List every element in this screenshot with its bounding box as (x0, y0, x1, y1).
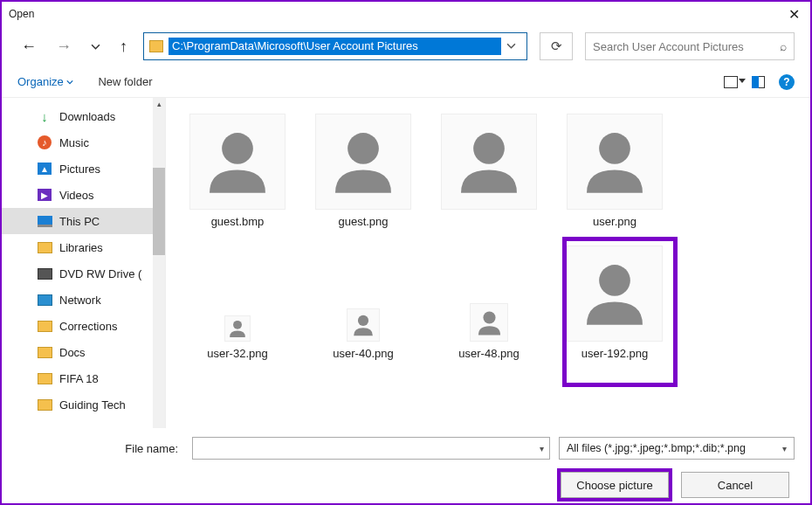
file-thumbnail (347, 308, 380, 342)
svg-point-2 (473, 133, 505, 164)
file-name-label: user-192.png (581, 347, 649, 360)
file-item[interactable]: user-48.png (426, 237, 552, 363)
sidebar-item-label: Libraries (59, 241, 103, 254)
sidebar-item-guidingtech[interactable]: Guiding Tech (2, 391, 165, 418)
search-placeholder: Search User Account Pictures (593, 40, 780, 53)
folder-icon (37, 319, 52, 333)
file-type-select[interactable]: All files (*.jpg;*.jpeg;*.bmp;*.dib;*.pn… (559, 437, 795, 460)
refresh-button[interactable]: ⟳ (540, 32, 573, 60)
help-icon[interactable]: ? (779, 74, 795, 90)
file-item[interactable]: guest.png (300, 105, 426, 232)
music-icon: ♪ (37, 135, 52, 149)
file-thumbnail (315, 114, 411, 210)
forward-button[interactable]: → (52, 34, 75, 59)
sidebar-item-label: Network (59, 294, 101, 307)
file-type-drop-icon[interactable]: ▾ (782, 444, 787, 453)
file-thumbnail (567, 114, 663, 210)
sidebar-item-label: DVD RW Drive ( (59, 267, 141, 280)
file-name-label: user-48.png (458, 347, 519, 360)
sidebar-item-label: Docs (59, 346, 86, 359)
bottom-panel: File name: ▾ All files (*.jpg;*.jpeg;*.b… (2, 428, 810, 505)
sidebar-item-fifa18[interactable]: FIFA 18 (2, 365, 165, 391)
svg-point-5 (358, 315, 368, 326)
window-title: Open (9, 8, 34, 20)
sidebar-item-corrections[interactable]: Corrections (2, 313, 165, 339)
folder-icon (37, 240, 52, 254)
file-name-label: guest.png (338, 215, 388, 228)
sidebar-item-label: Pictures (59, 163, 100, 176)
back-button[interactable]: ← (17, 34, 40, 59)
file-item[interactable]: user-40.png (300, 237, 426, 363)
filename-label: File name: (17, 442, 183, 455)
svg-point-7 (599, 265, 630, 296)
folder-icon (37, 345, 52, 359)
tree-scrollbar-track[interactable] (153, 98, 165, 428)
sidebar-item-docs[interactable]: Docs (2, 339, 165, 365)
sidebar-item-libraries[interactable]: Libraries (2, 234, 165, 260)
sidebar-item-pictures[interactable]: ▲Pictures (2, 156, 165, 182)
sidebar-item-label: Downloads (59, 110, 115, 123)
organize-menu[interactable]: Organize (17, 75, 73, 88)
dl-icon: ↓ (37, 109, 52, 123)
tree-scrollbar-thumb[interactable] (153, 168, 165, 255)
filename-drop-icon[interactable]: ▾ (540, 444, 544, 453)
folder-icon (37, 371, 52, 385)
title-bar: Open ✕ (2, 2, 810, 26)
search-input[interactable]: Search User Account Pictures ⌕ (585, 32, 795, 60)
sidebar-item-label: Guiding Tech (59, 398, 126, 412)
file-item[interactable]: guest.bmp (175, 105, 300, 232)
preview-pane-icon[interactable] (752, 76, 765, 88)
net-icon (37, 293, 52, 307)
file-item[interactable]: user.png (552, 105, 678, 232)
dvd-icon (37, 266, 52, 280)
sidebar-item-label: This PC (59, 215, 100, 228)
sidebar-item-thispc[interactable]: This PC (2, 208, 165, 234)
new-folder-button[interactable]: New folder (98, 75, 152, 88)
pics-icon: ▲ (37, 162, 52, 176)
tree-scroll-up-icon[interactable]: ▴ (153, 98, 165, 110)
recent-chevron-icon[interactable] (87, 34, 104, 59)
sidebar-item-videos[interactable]: ▶Videos (2, 182, 165, 208)
file-thumbnail (441, 114, 537, 210)
close-icon[interactable]: ✕ (785, 6, 803, 23)
address-bar[interactable]: C:\ProgramData\Microsoft\User Account Pi… (143, 32, 527, 60)
sidebar-item-label: FIFA 18 (59, 372, 99, 385)
folder-tree: ↓Downloads♪Music▲Pictures▶VideosThis PCL… (2, 98, 166, 428)
cancel-button[interactable]: Cancel (681, 472, 789, 498)
search-icon[interactable]: ⌕ (780, 39, 787, 53)
svg-point-0 (222, 133, 253, 164)
sidebar-item-downloads[interactable]: ↓Downloads (2, 103, 165, 129)
file-name-label: user-40.png (333, 347, 393, 360)
nav-bar: ← → ↑ C:\ProgramData\Microsoft\User Acco… (2, 26, 810, 66)
filename-input[interactable]: ▾ (192, 437, 550, 460)
svg-point-6 (483, 311, 495, 323)
sidebar-item-dvd[interactable]: DVD RW Drive ( (2, 260, 165, 287)
address-path[interactable]: C:\ProgramData\Microsoft\User Account Pi… (169, 38, 501, 55)
svg-point-1 (348, 133, 379, 164)
address-drop-icon[interactable] (501, 41, 521, 52)
layout-view-icon[interactable] (724, 76, 738, 88)
view-controls: ? (724, 74, 795, 90)
file-thumbnail (567, 246, 663, 342)
sidebar-item-label: Music (59, 136, 89, 149)
file-grid: guest.bmpguest.pnguser.pnguser-32.pnguse… (166, 98, 810, 428)
svg-point-3 (599, 133, 630, 164)
sidebar-item-label: Corrections (59, 320, 117, 333)
svg-point-4 (233, 321, 242, 329)
file-name-label: guest.bmp (211, 215, 265, 228)
vids-icon: ▶ (37, 188, 52, 202)
file-name-label: user-32.png (207, 347, 267, 360)
file-thumbnail (189, 114, 286, 210)
sidebar-item-network[interactable]: Network (2, 287, 165, 313)
folder-icon (37, 398, 52, 412)
file-item[interactable]: user-32.png (175, 237, 300, 363)
folder-icon (149, 40, 163, 52)
toolbar: Organize New folder ? (2, 66, 810, 98)
file-type-value: All files (*.jpg;*.jpeg;*.bmp;*.dib;*.pn… (567, 442, 746, 454)
sidebar-item-music[interactable]: ♪Music (2, 129, 165, 156)
choose-picture-button[interactable]: Choose picture (561, 472, 669, 498)
main-area: ↓Downloads♪Music▲Pictures▶VideosThis PCL… (2, 98, 810, 428)
up-button[interactable]: ↑ (116, 34, 131, 59)
file-item[interactable]: user-192.png (552, 237, 678, 363)
file-item[interactable] (426, 105, 552, 232)
